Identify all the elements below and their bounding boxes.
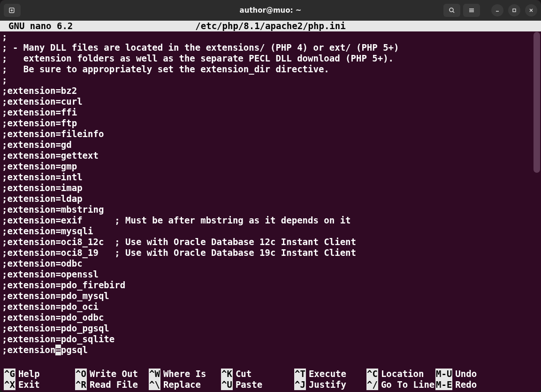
shortcut-key: ^K [221,369,233,379]
scrollbar-thumb[interactable] [533,32,540,173]
nano-shortcut: ^TExecute [294,369,346,379]
editor-line: ;extension=mysqli [2,226,539,237]
nano-shortcut: M-UUndo [435,369,477,379]
shortcut-key: ^C [366,369,378,379]
editor-line: ;extension=fileinfo [2,129,539,139]
editor-line: ; extension folders as well as the separ… [2,53,539,64]
shortcut-label: Help [18,369,40,379]
editor-body[interactable]: ;; - Many DLL files are located in the e… [0,31,541,369]
shortcut-key: ^U [221,379,233,390]
nano-shortcut-row: ^GHelp^OWrite Out^WWhere Is^KCut^TExecut… [2,369,539,379]
shortcut-label: Paste [236,379,262,390]
shortcut-label: Where Is [163,369,206,379]
editor-line: ;extension=oci8_12c ; Use with Oracle Da… [2,237,539,247]
titlebar: author@muo: ~ [0,0,541,21]
editor-line: ;extension=pdo_mysql [2,291,539,301]
editor-line: ;extension=pdo_firebird [2,280,539,291]
editor-line: ;extension=ffi [2,107,539,118]
editor-line: ;extension=ftp [2,118,539,129]
shortcut-key: ^O [75,369,87,379]
editor-line: ; [2,31,539,42]
shortcut-key: ^R [75,379,87,390]
shortcut-key: ^/ [366,379,378,390]
editor-line: ;extension=gd [2,139,539,150]
nano-shortcut: ^/Go To Line [366,379,434,390]
menu-button[interactable] [463,4,480,17]
shortcut-key: M-U [435,369,452,379]
editor-line: ;extension=openssl [2,269,539,280]
close-button[interactable] [525,4,537,16]
editor-line: ;extension=pdo_sqlite [2,334,539,345]
editor-line: ;extension=mbstring [2,204,539,215]
svg-rect-9 [513,9,516,12]
svg-point-3 [450,8,453,12]
editor-line: ;extension=intl [2,172,539,183]
shortcut-label: Go To Line [381,379,434,390]
shortcut-label: Redo [455,379,477,390]
editor-line: ; [2,75,539,85]
window-title: author@muo: ~ [240,6,302,15]
shortcut-key: ^J [294,379,306,390]
shortcut-label: Exit [18,379,40,390]
shortcut-label: Execute [309,369,346,379]
shortcut-label: Location [381,369,424,379]
editor-line: ; - Many DLL files are located in the ex… [2,42,539,53]
editor-line: ;extension=pdo_oci [2,301,539,312]
shortcut-label: Cut [236,369,251,379]
nano-header: GNU nano 6.2 /etc/php/8.1/apache2/php.in… [0,21,541,31]
editor-line: ; Be sure to appropriately set the exten… [2,64,539,75]
shortcut-label: Read File [90,379,138,390]
svg-line-4 [453,11,454,13]
editor-line: ;extension=pdo_odbc [2,312,539,323]
nano-shortcut: ^OWrite Out [75,369,138,379]
editor-line: ;extension=curl [2,96,539,107]
shortcut-key: ^G [4,369,15,379]
nano-shortcut: ^KCut [221,369,251,379]
editor-line: ;extension=odbc [2,258,539,269]
nano-shortcut: ^XExit [4,379,40,390]
terminal-window: author@muo: ~ GNU nano 6. [0,0,541,392]
nano-app-label: GNU nano 6.2 [8,21,73,31]
cursor: = [55,345,61,355]
new-tab-button[interactable] [4,4,21,17]
editor-line: ;extension=gmp [2,161,539,172]
editor-line: ;extension=gettext [2,150,539,161]
shortcut-key: ^W [149,369,160,379]
maximize-button[interactable] [508,4,520,16]
editor-line: ;extension=oci8_19 ; Use with Oracle Dat… [2,247,539,258]
nano-shortcut: ^UPaste [221,379,262,390]
shortcut-key: M-E [435,379,452,390]
editor-line: ;extension=exif ; Must be after mbstring… [2,215,539,226]
editor-line: ;extension=imap [2,183,539,193]
editor-line: ;extension=bz2 [2,85,539,96]
shortcut-key: ^T [294,369,306,379]
editor-line-cursor: ;extension=pgsql [2,345,539,355]
nano-shortcut: ^RRead File [75,379,138,390]
nano-shortcut: ^JJustify [294,379,346,390]
terminal-area[interactable]: GNU nano 6.2 /etc/php/8.1/apache2/php.in… [0,21,541,392]
nano-shortcut: ^WWhere Is [149,369,206,379]
nano-file-path: /etc/php/8.1/apache2/php.ini [195,21,345,31]
nano-shortcut-row: ^XExit^RRead File^\Replace^UPaste^JJusti… [2,379,539,390]
shortcut-label: Justify [309,379,346,390]
editor-line: ;extension=ldap [2,193,539,204]
search-button[interactable] [443,4,460,17]
nano-footer: ^GHelp^OWrite Out^WWhere Is^KCut^TExecut… [0,369,541,392]
nano-shortcut: ^GHelp [4,369,40,379]
editor-line: ;extension=pdo_pgsql [2,323,539,334]
nano-shortcut: ^\Replace [149,379,201,390]
shortcut-label: Replace [163,379,201,390]
minimize-button[interactable] [491,4,503,16]
shortcut-key: ^X [4,379,15,390]
shortcut-key: ^\ [149,379,160,390]
shortcut-label: Write Out [90,369,138,379]
shortcut-label: Undo [455,369,477,379]
nano-shortcut: M-ERedo [435,379,477,390]
nano-shortcut: ^CLocation [366,369,424,379]
